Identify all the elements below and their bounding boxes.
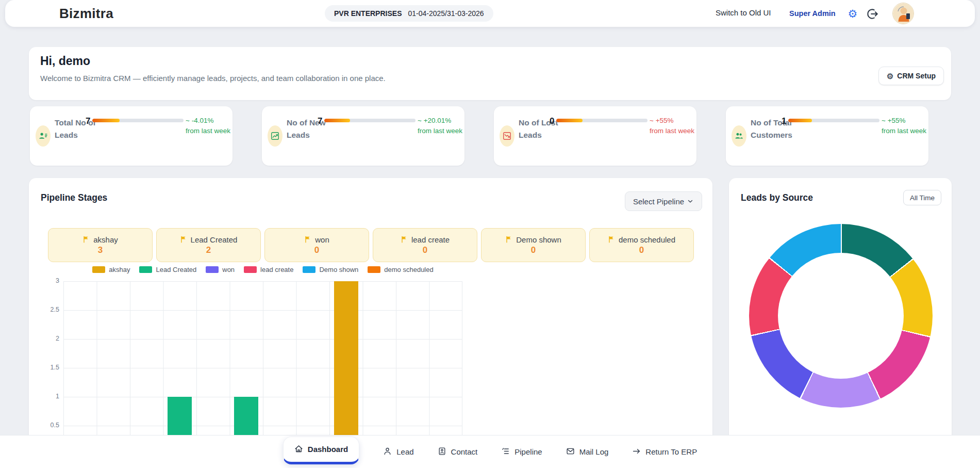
all-time-filter-button[interactable]: All Time — [903, 190, 941, 205]
legend-swatch — [303, 266, 315, 273]
legend-swatch — [139, 266, 152, 273]
legend-item-demo-scheduled[interactable]: demo scheduled — [368, 266, 433, 273]
bar-akshay — [334, 281, 358, 455]
stage-count: 0 — [423, 245, 427, 255]
stage-count: 0 — [314, 245, 319, 255]
gear-icon: ⚙︎ — [848, 8, 858, 19]
stage-name: lead create — [411, 235, 450, 244]
legend-label: won — [222, 266, 235, 273]
arrow-right-icon — [632, 447, 641, 457]
nav-label: Return To ERP — [645, 447, 697, 456]
select-pipeline-dropdown[interactable]: Select Pipeline — [625, 191, 702, 211]
y-axis-tick: 1.5 — [40, 364, 59, 371]
stat-delta-note: from last week — [882, 126, 927, 136]
crm-setup-label: CRM Setup — [897, 72, 936, 80]
stat-delta-value: ~ +20.01% — [418, 116, 463, 126]
nav-label: Pipeline — [514, 447, 542, 456]
org-name: PVR ENTERPRISES — [334, 9, 402, 18]
flag-icon — [180, 236, 187, 243]
brand-logo: Bizmitra — [59, 6, 113, 22]
nav-label: Lead — [396, 447, 413, 456]
y-axis-tick: 3 — [40, 277, 59, 284]
logout-icon — [866, 8, 878, 20]
stage-name: Demo shown — [516, 235, 561, 244]
stage-count: 2 — [206, 245, 211, 255]
graph-up-icon — [268, 125, 283, 147]
stat-progress-track — [92, 119, 184, 122]
super-admin-label: Super Admin — [789, 9, 836, 18]
logout-button[interactable] — [866, 8, 878, 20]
stat-card-no-of-lost-leads: No of Lost Leads 0 ~ +55% from last week — [494, 106, 696, 166]
stage-chip-lead-created[interactable]: Lead Created 2 — [156, 228, 261, 262]
flag-icon — [401, 236, 408, 243]
flag-icon — [608, 236, 615, 243]
legend-item-akshay[interactable]: akshay — [92, 266, 130, 273]
stat-progress-fill — [92, 119, 120, 122]
nav-item-pipeline[interactable]: Pipeline — [501, 447, 542, 457]
stat-delta-note: from last week — [418, 126, 463, 136]
leads-panel-title: Leads by Source — [741, 192, 813, 203]
legend-item-demo-shown[interactable]: Demo shown — [303, 266, 358, 273]
gear-icon: ⚙︎ — [887, 72, 893, 80]
stat-value: 1 — [782, 116, 786, 126]
nav-item-return-to-erp[interactable]: Return To ERP — [632, 447, 697, 457]
bottom-nav: Dashboard Lead Contact Pipeline Mail Log… — [0, 435, 980, 468]
stat-delta-value: ~ -4.01% — [186, 116, 231, 126]
legend-swatch — [244, 266, 257, 273]
stat-label: No of New Leads — [287, 117, 330, 141]
settings-button[interactable]: ⚙︎ — [846, 7, 859, 20]
stage-chip-demo-scheduled[interactable]: demo scheduled 0 — [589, 228, 694, 262]
nav-item-dashboard[interactable]: Dashboard — [283, 437, 359, 464]
stat-label: Total No of Leads — [55, 117, 98, 141]
stat-value: 0 — [550, 116, 554, 126]
stats-row: Total No of Leads 7 ~ -4.01% from last w… — [30, 106, 928, 166]
stat-value: 7 — [86, 116, 90, 126]
stage-chip-demo-shown[interactable]: Demo shown 0 — [481, 228, 586, 262]
legend-swatch — [368, 266, 380, 273]
nav-item-contact[interactable]: Contact — [438, 447, 478, 457]
legend-swatch — [92, 266, 105, 273]
leads-donut-chart — [749, 224, 933, 408]
stat-delta: ~ -4.01% from last week — [186, 116, 231, 137]
stage-name: won — [315, 235, 329, 244]
nav-label: Mail Log — [579, 447, 609, 456]
user-avatar[interactable] — [892, 3, 914, 24]
legend-label: Demo shown — [319, 266, 358, 273]
flag-icon — [505, 236, 512, 243]
flag-icon — [304, 236, 311, 243]
person-lines-icon — [36, 125, 51, 147]
y-axis-tick: 2 — [40, 335, 59, 342]
legend-label: akshay — [109, 266, 130, 273]
bar-chart-plot: 32.521.510.5 — [63, 281, 462, 455]
legend-item-won[interactable]: won — [206, 266, 235, 273]
y-axis-tick: 1 — [40, 393, 59, 400]
stat-progress-track — [788, 119, 879, 122]
stat-progress-track — [324, 119, 416, 122]
stat-progress-fill — [556, 119, 583, 122]
stat-value: 7 — [318, 116, 322, 126]
y-axis-tick: 0.5 — [40, 422, 59, 429]
welcome-message: Welcome to Bizmitra CRM — efficiently ma… — [40, 74, 386, 83]
chart-legend: akshay Lead Created won lead create Demo… — [63, 266, 462, 273]
legend-item-lead-create[interactable]: lead create — [244, 266, 293, 273]
stat-progress-fill — [788, 119, 812, 122]
stat-progress-track — [556, 119, 647, 122]
org-period-pill[interactable]: PVR ENTERPRISES 01-04-2025/31-03-2026 — [325, 5, 493, 22]
legend-label: demo scheduled — [384, 266, 433, 273]
nav-item-lead[interactable]: Lead — [383, 447, 413, 457]
stage-chip-akshay[interactable]: akshay 3 — [48, 228, 153, 262]
pipeline-panel-title: Pipeline Stages — [41, 192, 107, 203]
stage-chip-lead-create[interactable]: lead create 0 — [373, 228, 477, 262]
stage-name: akshay — [93, 235, 118, 244]
stat-label: No of Total Customers — [751, 117, 794, 141]
select-pipeline-label: Select Pipeline — [633, 197, 684, 206]
graph-down-icon — [500, 125, 514, 147]
stage-chip-won[interactable]: won 0 — [264, 228, 369, 262]
legend-item-lead-created[interactable]: Lead Created — [139, 266, 196, 273]
nav-item-mail-log[interactable]: Mail Log — [566, 447, 609, 457]
crm-setup-button[interactable]: ⚙︎ CRM Setup — [878, 67, 944, 85]
welcome-card: Hi, demo Welcome to Bizmitra CRM — effic… — [29, 47, 951, 100]
switch-to-old-ui-button[interactable]: Switch to Old UI — [716, 8, 771, 17]
leads-by-source-panel: Leads by Source All Time — [729, 178, 952, 457]
stat-delta: ~ +55% from last week — [650, 116, 695, 137]
